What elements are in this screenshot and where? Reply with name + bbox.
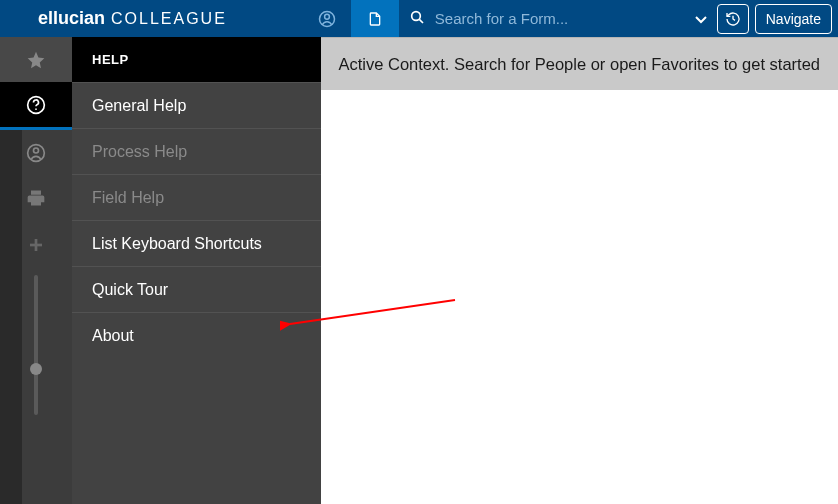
history-button[interactable]	[717, 4, 749, 34]
app-body: HELP General Help Process Help Field Hel…	[0, 37, 838, 504]
help-panel-title: HELP	[72, 37, 321, 82]
favorites-rail-button[interactable]	[0, 37, 72, 82]
brand-name: ellucian	[38, 8, 105, 29]
svg-rect-9	[30, 243, 42, 246]
rail-scrollbar-thumb[interactable]	[30, 363, 42, 375]
person-rail-button[interactable]	[0, 130, 72, 175]
search-input[interactable]	[433, 9, 637, 28]
help-rail-button[interactable]	[0, 82, 72, 130]
menu-keyboard-shortcuts[interactable]: List Keyboard Shortcuts	[72, 220, 321, 266]
help-panel: HELP General Help Process Help Field Hel…	[72, 37, 321, 504]
svg-point-5	[35, 108, 37, 110]
context-message: Active Context. Search for People or ope…	[338, 55, 820, 74]
menu-general-help[interactable]: General Help	[72, 82, 321, 128]
rail-bottom-region	[0, 222, 72, 415]
app-header: ellucian COLLEAGUE Navigate	[0, 0, 838, 37]
search-icon	[409, 9, 425, 29]
svg-point-1	[324, 14, 329, 19]
brand-product: COLLEAGUE	[111, 10, 227, 28]
user-account-button[interactable]	[303, 0, 351, 37]
brand: ellucian COLLEAGUE	[0, 8, 241, 29]
side-rail	[0, 37, 72, 504]
header-actions: Navigate	[717, 4, 838, 34]
context-bar: Active Context. Search for People or ope…	[321, 37, 838, 90]
menu-field-help: Field Help	[72, 174, 321, 220]
navigate-label: Navigate	[766, 11, 821, 27]
navigate-button[interactable]: Navigate	[755, 4, 832, 34]
menu-process-help: Process Help	[72, 128, 321, 174]
search-area	[399, 9, 717, 29]
add-rail-button[interactable]	[0, 222, 72, 267]
menu-about[interactable]: About	[72, 312, 321, 358]
form-context-button[interactable]	[351, 0, 399, 37]
rail-scrollbar[interactable]	[34, 275, 38, 415]
print-rail-button[interactable]	[0, 175, 72, 220]
svg-point-7	[34, 148, 39, 153]
search-dropdown-caret[interactable]	[695, 10, 707, 28]
menu-quick-tour[interactable]: Quick Tour	[72, 266, 321, 312]
svg-point-2	[412, 11, 421, 20]
svg-line-3	[419, 19, 423, 23]
content-area: Active Context. Search for People or ope…	[321, 37, 838, 504]
